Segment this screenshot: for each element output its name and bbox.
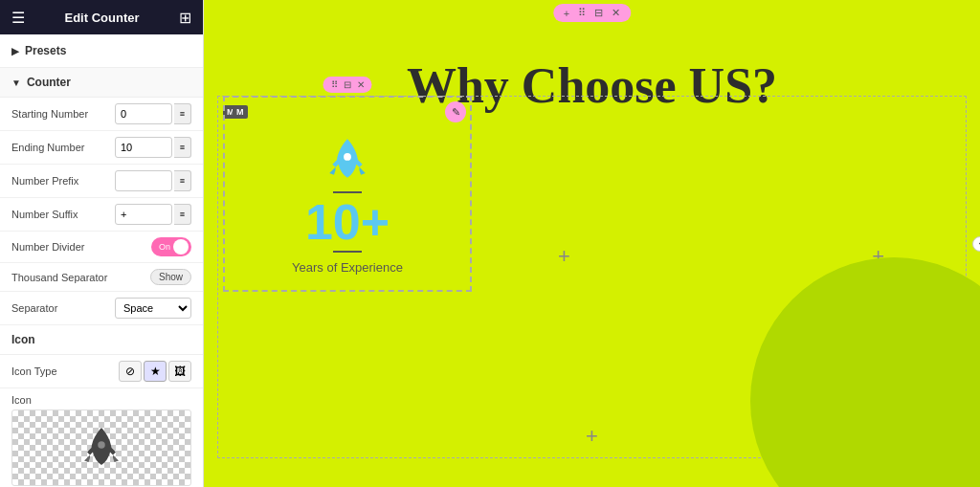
number-divider-row: Number Divider On [0, 232, 203, 263]
starting-number-label: Starting Number [11, 108, 115, 120]
plus-icon-bottom[interactable]: + [586, 424, 598, 449]
number-divider-label: Number Divider [11, 241, 151, 253]
icon-type-row: Icon Type ⊘ ★ 🖼 [0, 355, 203, 388]
counter-number: 10+ [305, 197, 390, 247]
panel-title: Edit Counter [65, 11, 140, 25]
thousand-separator-row: Thousand Separator Show [0, 263, 203, 292]
icon-preview-label: Icon [11, 394, 191, 406]
ending-number-label: Ending Number [11, 142, 115, 153]
widget-toolbar: ⠿ ⊟ ✕ [323, 77, 372, 93]
icon-type-image-btn[interactable]: 🖼 [168, 361, 191, 382]
counter-widget[interactable]: ⠿ ⊟ ✕ ✎ M 10+ Years of Experience [223, 96, 472, 292]
icon-type-buttons: ⊘ ★ 🖼 [119, 361, 191, 382]
number-suffix-label: Number Suffix [11, 209, 115, 220]
icon-preview-row: Icon [0, 388, 203, 487]
icon-type-label: Icon Type [11, 365, 119, 377]
counter-label: Years of Experience [292, 260, 403, 275]
left-panel: ☰ Edit Counter ⊞ ▶ Presets ▼ Counter Sta… [0, 0, 204, 487]
toolbar-plus-btn[interactable]: + [561, 7, 572, 20]
counter-section-label: Counter [27, 76, 71, 89]
separator-select[interactable]: Space Comma Dot [115, 298, 191, 319]
ending-number-icon[interactable]: ≡ [174, 137, 191, 158]
number-prefix-icon[interactable]: ≡ [174, 170, 191, 191]
widget-m-badge: M [233, 105, 248, 119]
icon-type-star-btn[interactable]: ★ [144, 361, 167, 382]
widget-grid-btn[interactable]: ⠿ [329, 78, 340, 91]
counter-bottom-divider [333, 251, 362, 253]
panel-header: ☰ Edit Counter ⊞ [0, 0, 203, 34]
presets-section[interactable]: ▶ Presets [0, 34, 203, 68]
widget-edit-btn[interactable]: ✎ [445, 101, 466, 122]
grid-icon[interactable]: ⊞ [179, 9, 191, 27]
thousand-separator-label: Thousand Separator [11, 272, 150, 283]
number-prefix-input-wrap: ≡ [115, 170, 191, 191]
toolbar-close-btn[interactable]: ✕ [609, 6, 623, 20]
menu-icon[interactable]: ☰ [11, 9, 25, 27]
separator-label: Separator [11, 302, 115, 314]
counter-rocket-icon [323, 136, 371, 188]
presets-label: Presets [25, 44, 66, 57]
decorative-blob [750, 257, 980, 487]
toolbar-grid-btn[interactable]: ⠿ [575, 6, 589, 20]
presets-arrow-icon: ▶ [11, 46, 19, 56]
top-toolbar: + ⠿ ⊟ ✕ [553, 4, 631, 22]
plus-icon-center[interactable]: + [558, 244, 570, 269]
number-prefix-label: Number Prefix [11, 175, 115, 187]
icon-section-header: Icon [0, 325, 203, 355]
widget-copy-btn[interactable]: ⊟ [342, 78, 353, 91]
ending-number-row: Ending Number ≡ [0, 131, 203, 165]
number-divider-knob [173, 239, 189, 255]
rocket-preview-icon [78, 425, 124, 471]
thousand-separator-show-btn[interactable]: Show [150, 269, 191, 285]
starting-number-icon[interactable]: ≡ [174, 103, 191, 124]
starting-number-row: Starting Number ≡ [0, 98, 203, 131]
number-suffix-row: Number Suffix ≡ [0, 198, 203, 232]
toolbar-copy-btn[interactable]: ⊟ [591, 6, 606, 20]
number-suffix-input-wrap: ≡ [115, 204, 191, 225]
counter-arrow-icon: ▼ [11, 77, 21, 88]
widget-close-btn[interactable]: ✕ [355, 78, 367, 91]
number-divider-toggle-label: On [159, 242, 170, 252]
number-suffix-icon[interactable]: ≡ [174, 204, 191, 225]
ending-number-input-wrap: ≡ [115, 137, 191, 158]
number-prefix-row: Number Prefix ≡ [0, 165, 203, 198]
starting-number-input[interactable] [115, 103, 172, 124]
starting-number-input-wrap: ≡ [115, 103, 191, 124]
separator-row: Separator Space Comma Dot [0, 292, 203, 325]
number-suffix-input[interactable] [115, 204, 172, 225]
icon-type-none-btn[interactable]: ⊘ [119, 361, 142, 382]
svg-point-0 [98, 441, 105, 449]
right-panel: + ⠿ ⊟ ✕ Why Choose US? M ⠿ ⊟ ✕ ✎ M [204, 0, 980, 487]
counter-section-header[interactable]: ▼ Counter [0, 68, 203, 98]
counter-top-divider [333, 191, 362, 193]
ending-number-input[interactable] [115, 137, 172, 158]
number-divider-toggle[interactable]: On [151, 237, 191, 256]
number-prefix-input[interactable] [115, 170, 172, 191]
icon-preview-box [11, 410, 191, 486]
svg-point-1 [344, 153, 351, 161]
